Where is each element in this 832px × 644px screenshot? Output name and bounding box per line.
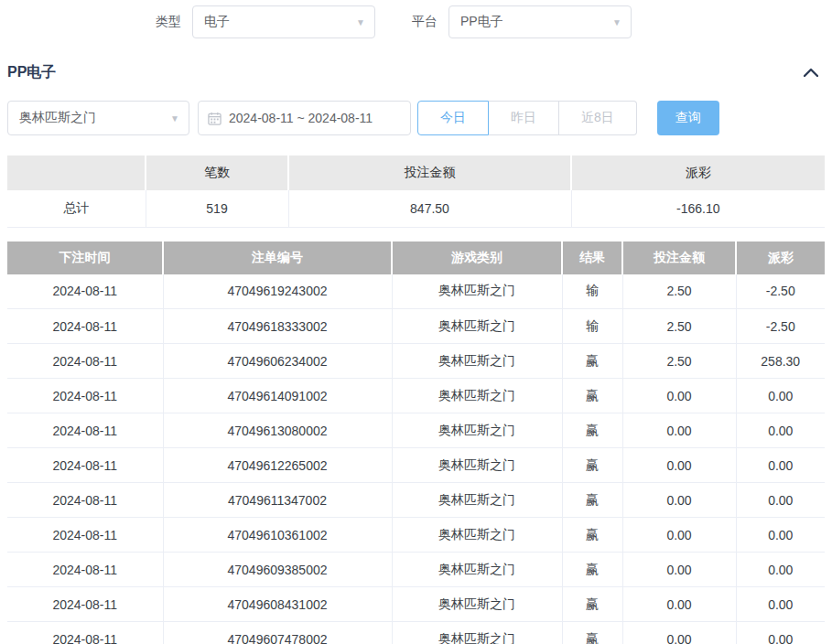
table-row: 2024-08-1147049609385002奥林匹斯之门赢0.000.00	[7, 553, 825, 587]
cell-game-category: 奥林匹斯之门	[392, 587, 562, 622]
cell-payout: 0.00	[736, 518, 825, 553]
cell-bet-id: 47049606234002	[163, 344, 392, 379]
header-bet-time: 下注时间	[7, 242, 163, 274]
cell-payout: 0.00	[736, 379, 825, 413]
table-row: 2024-08-1147049608431002奥林匹斯之门赢0.000.00	[7, 587, 825, 622]
table-row: 2024-08-1147049610361002奥林匹斯之门赢0.000.00	[7, 518, 825, 553]
cell-result: 赢	[562, 413, 622, 448]
type-select[interactable]: 电子 ▼	[192, 5, 375, 38]
last-8-days-button[interactable]: 近8日	[559, 101, 637, 135]
platform-select[interactable]: PP电子 ▼	[448, 5, 632, 38]
cell-payout: 0.00	[736, 483, 825, 518]
cell-bet-id: 47049614091002	[163, 379, 392, 413]
today-button[interactable]: 今日	[417, 101, 489, 135]
summary-table: 笔数 投注金额 派彩 总计 519 847.50 -166.10	[7, 156, 825, 228]
cell-game-category: 奥林匹斯之门	[392, 518, 562, 553]
cell-bet-id: 47049608431002	[163, 587, 392, 622]
header-bet-id: 注单编号	[163, 242, 392, 274]
cell-bet-time: 2024-08-11	[7, 344, 163, 379]
total-bet-amount: 847.50	[288, 190, 571, 227]
cell-game-category: 奥林匹斯之门	[392, 309, 562, 344]
table-row: 2024-08-1147049618333002奥林匹斯之门输2.50-2.50	[7, 309, 825, 344]
search-button[interactable]: 查询	[657, 101, 719, 135]
cell-bet-time: 2024-08-11	[7, 413, 163, 448]
bet-table: 下注时间 注单编号 游戏类别 结果 投注金额 派彩 2024-08-114704…	[7, 242, 825, 644]
calendar-icon	[208, 112, 222, 125]
collapse-section-button[interactable]	[801, 62, 821, 82]
platform-select-value: PP电子	[460, 14, 503, 30]
total-count: 519	[146, 190, 288, 227]
cell-payout: 0.00	[736, 587, 825, 622]
cell-bet-amount: 2.50	[622, 309, 736, 344]
section-header: PP电子	[0, 59, 832, 86]
cell-payout: -2.50	[736, 309, 825, 344]
table-row: 2024-08-1147049606234002奥林匹斯之门赢2.50258.3…	[7, 344, 825, 379]
chevron-up-icon	[804, 68, 818, 77]
cell-bet-id: 47049618333002	[163, 309, 392, 344]
cell-bet-time: 2024-08-11	[7, 309, 163, 344]
total-label: 总计	[7, 190, 146, 227]
type-label: 类型	[156, 14, 181, 30]
table-row: 2024-08-1147049612265002奥林匹斯之门赢0.000.00	[7, 448, 825, 483]
cell-bet-id: 47049613080002	[163, 413, 392, 448]
query-bar: 奥林匹斯之门 ▼ 2024-08-11 ~ 2024-08-11 今日 昨日 近…	[7, 101, 832, 135]
table-row: 2024-08-1147049619243002奥林匹斯之门输2.50-2.50	[7, 274, 825, 309]
cell-bet-time: 2024-08-11	[7, 448, 163, 483]
header-result: 结果	[562, 242, 622, 274]
game-select[interactable]: 奥林匹斯之门 ▼	[7, 101, 189, 135]
cell-game-category: 奥林匹斯之门	[392, 344, 562, 379]
cell-bet-id: 47049619243002	[163, 274, 392, 309]
chevron-down-icon: ▼	[612, 17, 621, 27]
summary-header-count: 笔数	[146, 156, 288, 190]
cell-payout: 258.30	[736, 344, 825, 379]
cell-bet-time: 2024-08-11	[7, 274, 163, 309]
cell-bet-id: 47049612265002	[163, 448, 392, 483]
cell-result: 赢	[562, 518, 622, 553]
cell-payout: 0.00	[736, 622, 825, 644]
cell-payout: 0.00	[736, 413, 825, 448]
chevron-down-icon: ▼	[170, 113, 179, 123]
summary-header-blank	[7, 156, 146, 190]
cell-payout: 0.00	[736, 448, 825, 483]
cell-bet-amount: 0.00	[622, 483, 736, 518]
cell-bet-amount: 0.00	[622, 448, 736, 483]
cell-payout: -2.50	[736, 274, 825, 309]
page: 类型 电子 ▼ 平台 PP电子 ▼ PP电子 奥林匹斯之门 ▼	[0, 0, 832, 644]
cell-bet-time: 2024-08-11	[7, 518, 163, 553]
cell-result: 赢	[562, 553, 622, 587]
cell-bet-amount: 0.00	[622, 518, 736, 553]
cell-bet-amount: 0.00	[622, 379, 736, 413]
summary-total-row: 总计 519 847.50 -166.10	[7, 190, 825, 227]
cell-bet-time: 2024-08-11	[7, 553, 163, 587]
cell-game-category: 奥林匹斯之门	[392, 274, 562, 309]
platform-label: 平台	[412, 14, 438, 30]
header-payout: 派彩	[736, 242, 825, 274]
cell-result: 输	[562, 274, 622, 309]
cell-bet-amount: 2.50	[622, 344, 736, 379]
yesterday-button[interactable]: 昨日	[489, 101, 559, 135]
cell-bet-time: 2024-08-11	[7, 622, 163, 644]
cell-bet-time: 2024-08-11	[7, 379, 163, 413]
cell-result: 赢	[562, 379, 622, 413]
chevron-down-icon: ▼	[356, 17, 365, 27]
cell-game-category: 奥林匹斯之门	[392, 622, 562, 644]
summary-header-bet-amount: 投注金额	[288, 156, 571, 190]
summary-header-payout: 派彩	[571, 156, 825, 190]
cell-game-category: 奥林匹斯之门	[392, 379, 562, 413]
top-filter-bar: 类型 电子 ▼ 平台 PP电子 ▼	[0, 0, 832, 40]
cell-bet-amount: 0.00	[622, 413, 736, 448]
header-game-category: 游戏类别	[392, 242, 562, 274]
cell-payout: 0.00	[736, 553, 825, 587]
cell-bet-amount: 2.50	[622, 274, 736, 309]
cell-bet-id: 47049609385002	[163, 553, 392, 587]
cell-game-category: 奥林匹斯之门	[392, 483, 562, 518]
date-range-value: 2024-08-11 ~ 2024-08-11	[229, 111, 373, 125]
cell-result: 赢	[562, 448, 622, 483]
bet-table-header-row: 下注时间 注单编号 游戏类别 结果 投注金额 派彩	[7, 242, 825, 274]
cell-game-category: 奥林匹斯之门	[392, 553, 562, 587]
cell-bet-amount: 0.00	[622, 553, 736, 587]
cell-result: 输	[562, 309, 622, 344]
date-range-input[interactable]: 2024-08-11 ~ 2024-08-11	[198, 101, 411, 135]
date-shortcut-group: 今日 昨日 近8日	[417, 101, 637, 135]
cell-bet-amount: 0.00	[622, 622, 736, 644]
